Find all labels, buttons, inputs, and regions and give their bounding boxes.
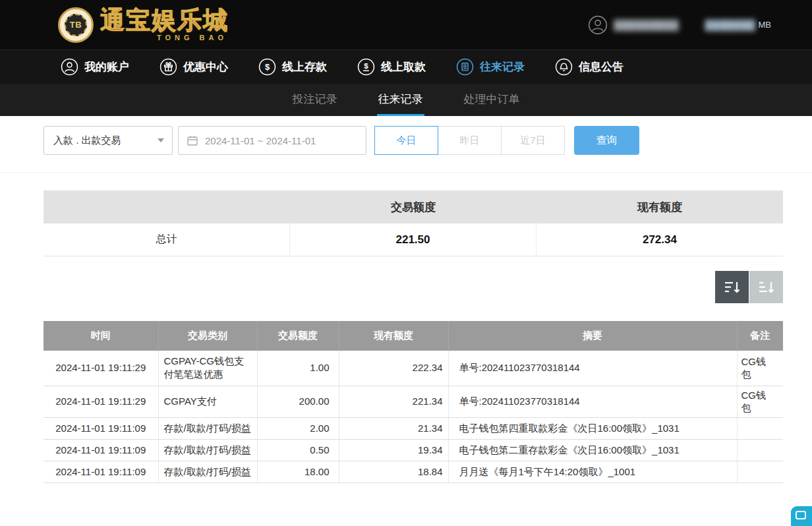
cell-amount: 200.00 (257, 386, 339, 417)
col-header-balance: 现有额度 (339, 321, 448, 351)
nav-label: 信息公告 (579, 59, 624, 74)
cell-balance: 221.34 (339, 386, 448, 417)
table-row: 2024-11-01 19:11:29 CGPAY-CG钱包支付笔笔送优惠 1.… (44, 351, 783, 386)
user-info-area: █████████ ███████ MB (588, 15, 771, 35)
sub-navigation: 投注记录 往来记录 处理中订单 (0, 84, 812, 116)
balance-unit-label: MB (759, 20, 772, 30)
nav-label: 往来记录 (480, 59, 525, 74)
brand-name-cn: 通宝娱乐城 (100, 8, 229, 32)
cell-amount: 0.50 (257, 439, 339, 461)
cell-balance: 222.34 (339, 351, 448, 386)
brand-text: 通宝娱乐城 TONG BAO (100, 8, 229, 42)
gift-icon (160, 58, 177, 76)
cell-amount: 18.00 (257, 461, 339, 483)
cell-summary: 电子钱包第四重取款彩金《次日16:00领取》_1031 (448, 417, 737, 439)
summary-total-row: 总计 221.50 272.34 (44, 223, 783, 256)
cell-summary: 单号:202411023770318144 (448, 386, 737, 417)
select-value: 入款 . 出款交易 (53, 134, 121, 147)
cell-balance: 18.84 (339, 461, 448, 483)
calendar-icon (187, 134, 198, 146)
nav-label: 优惠中心 (183, 59, 228, 74)
cell-summary: 电子钱包第二重存款彩金《次日16:00领取》_1031 (448, 439, 737, 461)
quick-button-last7days[interactable]: 近7日 (501, 126, 565, 155)
transaction-type-select[interactable]: 入款 . 出款交易 (44, 126, 173, 155)
summary-header-balance: 现有额度 (536, 200, 783, 215)
svg-text:$: $ (364, 62, 368, 70)
table-row: 2024-11-01 19:11:09 存款/取款/打码/损益 2.00 21.… (44, 417, 783, 439)
cell-time: 2024-11-01 19:11:29 (44, 386, 158, 417)
search-button[interactable]: 查询 (574, 126, 639, 155)
cell-note: CG钱包 (737, 351, 783, 386)
filter-bar: 入款 . 出款交易 2024-11-01 ~ 2024-11-01 今日 昨日 … (44, 126, 783, 155)
section-divider (0, 172, 812, 173)
cell-note: CG钱包 (737, 386, 783, 417)
table-row: 2024-11-01 19:11:09 存款/取款/打码/损益 18.00 18… (44, 461, 783, 483)
cell-amount: 1.00 (257, 351, 339, 386)
summary-table: 交易额度 现有额度 总计 221.50 272.34 (44, 190, 783, 256)
col-header-summary: 摘要 (448, 321, 737, 351)
quick-date-buttons: 今日 昨日 近7日 (374, 126, 565, 155)
redacted-balance: ███████ (705, 20, 755, 30)
announcement-icon (555, 58, 573, 76)
nav-label: 我的账户 (84, 59, 129, 74)
chip-monogram: TB (65, 14, 87, 36)
table-header-row: 时间 交易类别 交易额度 现有额度 摘要 备注 (44, 321, 783, 351)
quick-button-today[interactable]: 今日 (374, 126, 438, 155)
avatar-icon (588, 15, 608, 35)
sort-controls (0, 271, 783, 303)
nav-item-online-withdraw[interactable]: $ 线上取款 (357, 58, 426, 76)
sort-descending-icon (724, 280, 741, 295)
cell-time: 2024-11-01 19:11:09 (44, 461, 158, 483)
top-header: TB 通宝娱乐城 TONG BAO █████████ ███████ MB (0, 0, 812, 49)
chevron-down-icon (158, 138, 164, 142)
summary-total-label: 总计 (44, 223, 290, 256)
cell-balance: 21.34 (339, 417, 448, 439)
tab-pending-orders[interactable]: 处理中订单 (463, 84, 521, 116)
date-range-input[interactable]: 2024-11-01 ~ 2024-11-01 (178, 126, 366, 155)
service-icon (796, 511, 806, 519)
user-icon (61, 58, 78, 76)
tab-transaction-records[interactable]: 往来记录 (377, 84, 424, 116)
date-range-value: 2024-11-01 ~ 2024-11-01 (205, 135, 316, 146)
cell-balance: 19.34 (339, 439, 448, 461)
redacted-username: █████████ (614, 20, 679, 30)
cell-type: CGPAY-CG钱包支付笔笔送优惠 (158, 351, 257, 386)
summary-header-row: 交易额度 现有额度 (44, 190, 783, 223)
cell-type: 存款/取款/打码/损益 (158, 417, 257, 439)
cell-time: 2024-11-01 19:11:09 (44, 439, 158, 461)
nav-label: 线上存款 (282, 59, 327, 74)
page: TB 通宝娱乐城 TONG BAO █████████ ███████ MB (0, 0, 812, 526)
summary-transaction-total: 221.50 (290, 223, 536, 256)
col-header-time: 时间 (44, 321, 158, 351)
cell-note (737, 439, 783, 461)
withdraw-icon: $ (357, 58, 375, 76)
nav-item-transaction-records[interactable]: 往来记录 (456, 58, 525, 76)
tab-bet-records[interactable]: 投注记录 (291, 84, 339, 116)
transactions-table: 时间 交易类别 交易额度 现有额度 摘要 备注 2024-11-01 19:11… (44, 321, 783, 483)
nav-label: 线上取款 (381, 59, 426, 74)
cell-type: 存款/取款/打码/损益 (158, 439, 257, 461)
cell-note (737, 461, 783, 483)
col-header-type: 交易类别 (158, 321, 257, 351)
svg-text:$: $ (265, 62, 270, 72)
col-header-note: 备注 (737, 321, 783, 351)
quick-button-yesterday[interactable]: 昨日 (438, 126, 502, 155)
col-header-amount: 交易额度 (257, 321, 339, 351)
cell-time: 2024-11-01 19:11:09 (44, 417, 158, 439)
cell-summary: 月月送《每月1号下午14:20领取》_1001 (448, 461, 737, 483)
floating-service-button[interactable] (791, 506, 812, 526)
cell-type: CGPAY支付 (158, 386, 257, 417)
cell-note (737, 417, 783, 439)
brand-logo: TB 通宝娱乐城 TONG BAO (58, 7, 229, 43)
table-row: 2024-11-01 19:11:09 存款/取款/打码/损益 0.50 19.… (44, 439, 783, 461)
nav-item-online-deposit[interactable]: $ 线上存款 (258, 58, 327, 76)
nav-item-promotions[interactable]: 优惠中心 (160, 58, 228, 76)
main-navigation: 我的账户 优惠中心 $ 线上存款 $ (0, 49, 812, 84)
cell-type: 存款/取款/打码/损益 (158, 461, 257, 483)
sort-ascending-button[interactable] (749, 271, 783, 303)
nav-item-announcements[interactable]: 信息公告 (555, 58, 624, 76)
summary-balance-total: 272.34 (536, 223, 783, 256)
sort-descending-button[interactable] (715, 271, 749, 303)
brand-name-en: TONG BAO (100, 34, 229, 42)
nav-item-my-account[interactable]: 我的账户 (61, 58, 129, 76)
